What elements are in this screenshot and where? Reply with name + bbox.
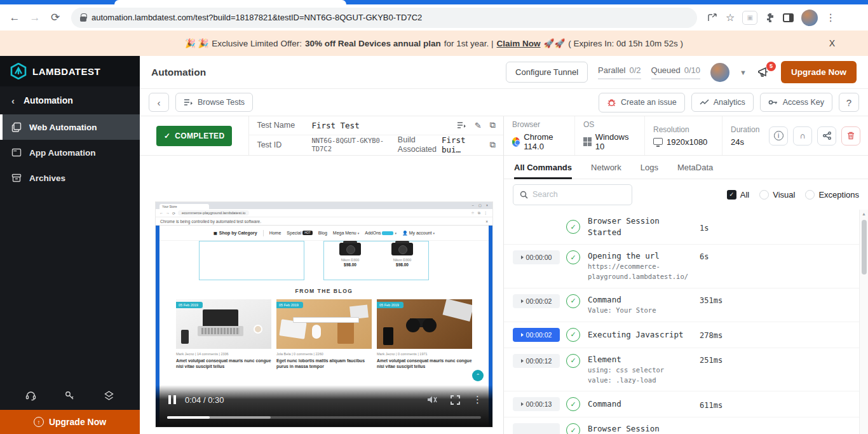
video-menu-icon[interactable]: ⋮ <box>473 394 482 405</box>
command-row[interactable]: 00:00:12 ✓ Element using: css selector v… <box>504 348 859 392</box>
user-avatar[interactable] <box>710 63 729 82</box>
copy-icon[interactable]: ⧉ <box>490 120 496 130</box>
extensions-puzzle-icon[interactable] <box>765 13 775 23</box>
sidebar-item-archives[interactable]: Archives <box>0 165 140 191</box>
camera-image <box>391 243 413 255</box>
test-id-label: Test ID <box>257 140 306 149</box>
lambdatest-logo-icon <box>10 63 27 79</box>
browser-active-tab[interactable] <box>114 0 346 4</box>
sidebar-item-label: Archives <box>29 173 65 183</box>
test-video-player[interactable]: Your Store – ▢ × ←→⟳ ecommerce-playgroun… <box>156 202 492 427</box>
upgrade-now-button[interactable]: Upgrade Now <box>781 61 857 83</box>
delete-test-button[interactable] <box>841 126 860 146</box>
timestamp-badge-selected[interactable]: 00:00:02 <box>513 328 560 342</box>
announcements-megaphone-icon[interactable]: 5 <box>757 66 771 79</box>
support-headset-icon[interactable] <box>25 390 36 401</box>
search-input[interactable] <box>532 190 615 199</box>
fullscreen-icon[interactable] <box>451 395 460 405</box>
scrollbar[interactable]: ▲ <box>859 210 868 434</box>
integrations-layers-icon[interactable] <box>104 390 114 401</box>
filter-visual-checkbox[interactable]: Visual <box>759 190 795 200</box>
side-panel-icon[interactable] <box>783 13 794 22</box>
command-row[interactable]: ✓ Browser Session <box>504 417 859 434</box>
pause-icon[interactable] <box>168 395 176 404</box>
command-row[interactable]: 00:00:13 ✓ Command 611ms <box>504 391 859 417</box>
video-progress-bar[interactable] <box>167 416 481 419</box>
test-list-icon[interactable] <box>457 121 466 129</box>
video-time: 0:04 / 0:30 <box>185 395 224 405</box>
product-box-right: Nikon D300 $98.00 Nikon D300 $98.00 <box>323 241 429 280</box>
notification-count-badge: 5 <box>766 62 776 71</box>
timestamp-badge[interactable]: 00:00:12 <box>513 354 560 368</box>
sidebar-item-app-automation[interactable]: App Automation <box>0 140 140 165</box>
nav-special: Special HOT <box>287 231 312 236</box>
sidebar-item-web-automation[interactable]: Web Automation <box>0 114 140 140</box>
test-detail-pane: ✓ COMPLETED Test Name First Test ✎ ⧉ <box>140 116 504 434</box>
timestamp-badge[interactable]: 00:00:02 <box>513 294 560 308</box>
collapse-chevron-icon[interactable]: ‹ <box>11 95 15 106</box>
rocket-emoji-icon: 🚀🚀 <box>544 38 566 48</box>
command-duration: 611ms <box>700 399 722 410</box>
timestamp-badge[interactable]: 00:00:00 <box>513 250 560 264</box>
bookmark-star-icon[interactable]: ☆ <box>726 13 735 23</box>
browser-label: Browser <box>512 120 566 129</box>
tab-metadata[interactable]: MetaData <box>677 156 713 179</box>
filter-all-checkbox[interactable]: ✓All <box>727 190 749 200</box>
tunnel-button[interactable]: ∩ <box>793 126 812 146</box>
reload-icon[interactable]: ⟳ <box>47 10 64 26</box>
edit-pencil-icon[interactable]: ✎ <box>475 121 482 130</box>
claim-now-link[interactable]: Claim Now <box>497 39 541 48</box>
tab-logs[interactable]: Logs <box>641 156 658 179</box>
timestamp-badge[interactable]: 00:00:13 <box>513 397 560 411</box>
banner-close-icon[interactable]: X <box>829 38 835 48</box>
sidebar-upgrade-button[interactable]: ↑ Upgrade Now <box>0 410 140 434</box>
help-button[interactable]: ? <box>839 93 859 112</box>
banner-offer-suffix: for 1st year. | <box>444 39 494 48</box>
copy-icon[interactable]: ⧉ <box>490 140 496 150</box>
brand-logo[interactable]: LAMBDATEST <box>0 56 140 86</box>
blog-card: 05 Feb 2019 Mark Jecno | 14 comments | 2… <box>176 299 271 369</box>
browser-menu-icon[interactable]: ⋮ <box>825 13 836 23</box>
scrollbar-thumb[interactable] <box>862 220 867 275</box>
command-row-selected[interactable]: 00:00:02 ✓ Executing Javascript 278ms <box>504 322 859 348</box>
tab-all-commands[interactable]: All Commands <box>514 156 572 179</box>
search-box[interactable] <box>513 184 632 205</box>
sidebar-section-automation[interactable]: ‹ Automation <box>0 86 140 114</box>
nav-my-account: 👤 My account ▾ <box>402 231 435 236</box>
party-emoji-icon: 🎉 🎉 <box>185 38 208 48</box>
back-icon[interactable]: ← <box>6 10 23 26</box>
os-value: Windows 10 <box>595 132 636 151</box>
create-issue-button[interactable]: Create an issue <box>599 93 685 112</box>
analytics-button[interactable]: Analytics <box>691 93 754 112</box>
browse-tests-button[interactable]: Browse Tests <box>175 93 253 112</box>
info-button[interactable]: i <box>769 126 788 146</box>
test-id-value: NNT6G-8QGUT-GKYB0-TD7C2 <box>311 137 392 154</box>
access-key-button[interactable]: Access Key <box>760 93 832 112</box>
share-icon[interactable] <box>707 13 718 22</box>
access-key-icon[interactable] <box>64 390 75 401</box>
address-bar[interactable]: automation.lambdatest.com/test?build=181… <box>71 8 697 28</box>
back-chevron-button[interactable]: ‹ <box>149 93 169 112</box>
video-controls: 0:04 / 0:30 ⋮ <box>156 385 492 427</box>
shop-nav: ▦Shop by Category Home Special HOT Blog … <box>159 226 489 241</box>
configure-tunnel-button[interactable]: Configure Tunnel <box>506 62 588 83</box>
extension-pinned-icon[interactable]: ▣ <box>742 11 757 25</box>
check-icon: ✓ <box>164 132 170 140</box>
chevron-down-icon[interactable]: ▼ <box>740 69 747 76</box>
tab-network[interactable]: Network <box>591 156 621 179</box>
browser-profile-avatar[interactable] <box>801 10 818 26</box>
filter-exceptions-checkbox[interactable]: Exceptions <box>805 190 859 200</box>
url-text[interactable]: automation.lambdatest.com/test?build=181… <box>92 13 422 22</box>
scroll-up-arrow-icon[interactable]: ▲ <box>860 210 868 216</box>
command-row[interactable]: 00:00:00 ✓ Opening the url https://ecomm… <box>504 245 859 288</box>
mute-icon[interactable] <box>426 395 438 405</box>
forward-icon[interactable]: → <box>27 10 43 26</box>
mini-browser-tab: Your Store <box>159 204 209 209</box>
unchecked-checkbox-icon <box>805 190 815 200</box>
command-row[interactable]: 00:00:02 ✓ Command Value: Your Store 351… <box>504 288 859 322</box>
key-icon <box>768 99 778 105</box>
command-row[interactable]: ✓ Browser Session Started 1s <box>504 210 859 245</box>
nav-addons: AddOns ▾ <box>365 231 397 235</box>
monitor-icon <box>653 138 663 145</box>
share-test-button[interactable] <box>817 126 836 146</box>
